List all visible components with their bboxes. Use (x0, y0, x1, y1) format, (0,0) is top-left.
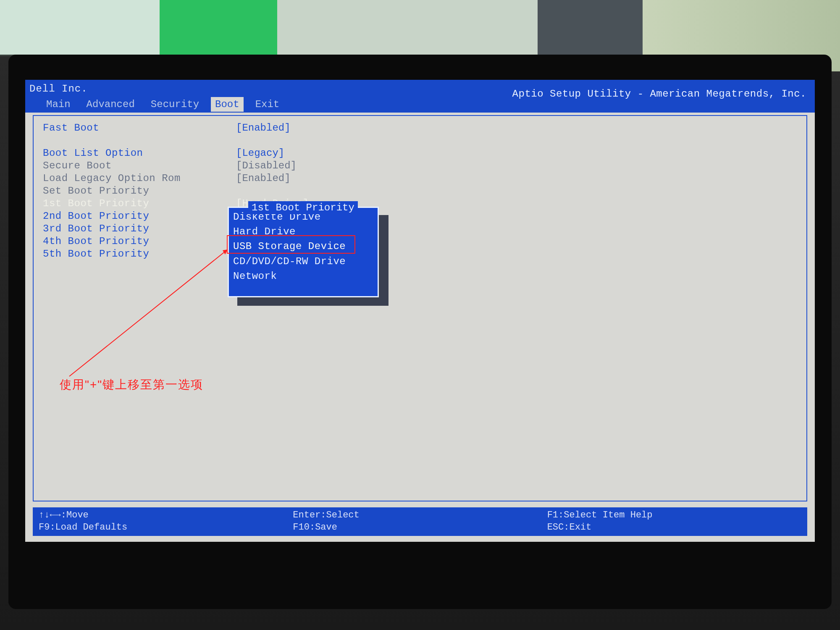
hint-esc: ESC:Exit (547, 522, 801, 534)
setting-label: 4th Boot Priority (43, 235, 236, 248)
svg-line-0 (69, 249, 228, 376)
setting-4th-boot-priority[interactable]: 4th Boot Priority (43, 235, 797, 248)
monitor-frame: Dell Inc. Main Advanced Security Boot Ex… (8, 55, 832, 609)
setting-label: Set Boot Priority (43, 184, 236, 197)
bios-header: Dell Inc. Main Advanced Security Boot Ex… (25, 80, 815, 113)
hint-f10: F10:Save (293, 522, 547, 534)
bios-screen: Dell Inc. Main Advanced Security Boot Ex… (25, 80, 815, 542)
setting-label: Secure Boot (43, 159, 236, 172)
setting-label: 2nd Boot Priority (43, 210, 236, 223)
setting-boot-list-option[interactable]: Boot List Option [Legacy] (43, 147, 797, 160)
setting-label: 3rd Boot Priority (43, 222, 236, 235)
setting-2nd-boot-priority[interactable]: 2nd Boot Priority [USB Storage Device] (43, 210, 797, 223)
tab-advanced[interactable]: Advanced (82, 97, 139, 112)
setting-1st-boot-priority[interactable]: 1st Boot Priority [Hard Drive] (43, 197, 797, 210)
setting-secure-boot[interactable]: Secure Boot [Disabled] (43, 160, 797, 172)
background (277, 0, 538, 59)
setting-value: [Disabled] (236, 159, 297, 172)
setting-value: [Legacy] (236, 147, 284, 160)
boot-priority-popup[interactable]: 1st Boot Priority Diskette Drive Hard Dr… (228, 207, 379, 297)
popup-option-usb-storage[interactable]: USB Storage Device (233, 239, 373, 254)
setting-label: Boot List Option (43, 147, 236, 160)
tab-boot[interactable]: Boot (211, 97, 244, 112)
setting-fast-boot[interactable]: Fast Boot [Enabled] (43, 122, 797, 134)
popup-option-network[interactable]: Network (233, 269, 373, 284)
setting-label: 1st Boot Priority (43, 197, 236, 210)
hint-enter: Enter:Select (293, 509, 547, 522)
hint-move: ↑↓←→:Move (39, 509, 293, 522)
popup-title: 1st Boot Priority (248, 201, 358, 214)
popup-option-hard-drive[interactable]: Hard Drive (233, 224, 373, 239)
hint-f1: F1:Select Item Help (547, 509, 801, 522)
hint-f9: F9:Load Defaults (39, 522, 293, 534)
setting-value: [Enabled] (236, 172, 291, 185)
setting-label: 5th Boot Priority (43, 247, 236, 260)
setting-load-legacy-rom[interactable]: Load Legacy Option Rom [Enabled] (43, 172, 797, 185)
tab-exit[interactable]: Exit (251, 97, 284, 112)
setting-3rd-boot-priority[interactable]: 3rd Boot Priority [Diskette Drive] (43, 223, 797, 235)
popup-option-cddvd[interactable]: CD/DVD/CD-RW Drive (233, 254, 373, 269)
bios-panel: Fast Boot [Enabled] Boot List Option [Le… (33, 115, 807, 501)
setting-5th-boot-priority[interactable]: 5th Boot Priority (43, 248, 797, 260)
tab-security[interactable]: Security (147, 97, 203, 112)
annotation-text: 使用"+"键上移至第一选项 (60, 377, 203, 392)
background (0, 0, 160, 55)
background (160, 0, 277, 59)
setting-label: Load Legacy Option Rom (43, 172, 236, 185)
setting-value: [Enabled] (236, 121, 291, 134)
bios-footer: ↑↓←→:Move Enter:Select F1:Select Item He… (33, 507, 807, 536)
tab-main[interactable]: Main (42, 97, 75, 112)
setting-label: Fast Boot (43, 121, 236, 134)
setting-set-boot-priority: Set Boot Priority (43, 185, 797, 197)
utility-title: Aptio Setup Utility - American Megatrend… (512, 87, 806, 100)
